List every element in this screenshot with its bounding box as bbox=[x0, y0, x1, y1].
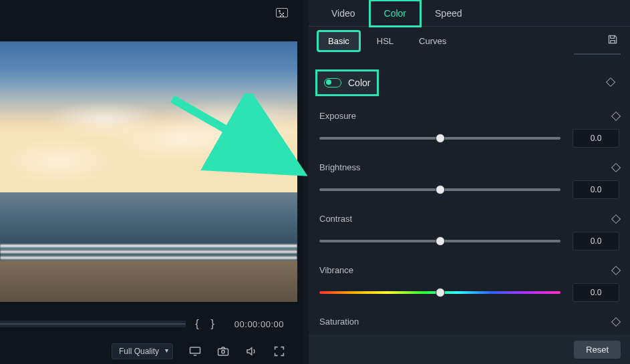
vibrance-label: Vibrance bbox=[319, 265, 353, 275]
svg-point-3 bbox=[222, 351, 225, 354]
transport-bar: { } 00:00:00:00 bbox=[0, 309, 297, 339]
contrast-value[interactable]: 0.0 bbox=[573, 232, 619, 250]
slider-thumb-icon bbox=[436, 134, 445, 143]
subtab-basic[interactable]: Basic bbox=[317, 30, 361, 52]
preview-toolbar: Full Quality bbox=[0, 339, 297, 364]
brightness-keyframe-button[interactable] bbox=[611, 162, 621, 172]
preview-clouds bbox=[0, 88, 297, 192]
saturation-keyframe-button[interactable] bbox=[611, 317, 621, 326]
exposure-slider[interactable] bbox=[319, 137, 561, 140]
preview-sand bbox=[0, 260, 297, 302]
exposure-value[interactable]: 0.0 bbox=[573, 129, 619, 148]
subtab-curves[interactable]: Curves bbox=[410, 32, 456, 50]
brightness-value[interactable]: 0.0 bbox=[573, 180, 619, 199]
inspector-panel: Video Color Speed Basic HSL Curves Color… bbox=[309, 0, 630, 364]
contrast-control: Contrast 0.0 bbox=[319, 214, 619, 250]
color-controls: Exposure 0.0 Brightness 0.0 bbox=[309, 103, 630, 353]
brightness-slider[interactable] bbox=[319, 188, 561, 191]
keyframe-diamond-icon bbox=[606, 77, 615, 87]
vibrance-keyframe-button[interactable] bbox=[611, 265, 621, 275]
save-preset-icon[interactable] bbox=[607, 34, 618, 47]
reset-button[interactable]: Reset bbox=[574, 341, 621, 359]
vibrance-value[interactable]: 0.0 bbox=[573, 283, 619, 302]
svg-rect-2 bbox=[218, 349, 228, 355]
brightness-label: Brightness bbox=[319, 162, 360, 172]
quality-dropdown[interactable]: Full Quality bbox=[112, 343, 173, 359]
brightness-control: Brightness 0.0 bbox=[319, 162, 619, 199]
subtab-underline bbox=[574, 53, 621, 55]
fullscreen-icon[interactable] bbox=[273, 346, 285, 357]
timecode-display: 00:00:00:00 bbox=[234, 319, 284, 329]
mark-in-button[interactable]: { bbox=[195, 318, 198, 330]
preview-sea bbox=[0, 192, 297, 250]
slider-thumb-icon bbox=[436, 236, 445, 246]
section-title: Color bbox=[348, 77, 370, 88]
picture-icon[interactable] bbox=[276, 8, 288, 17]
timeline-scrubber[interactable] bbox=[0, 321, 186, 327]
section-keyframe[interactable] bbox=[603, 79, 614, 85]
exposure-control: Exposure 0.0 bbox=[319, 111, 619, 148]
vibrance-control: Vibrance 0.0 bbox=[319, 265, 619, 302]
quality-label: Full Quality bbox=[119, 347, 159, 356]
mark-brackets: { } bbox=[195, 318, 214, 330]
sub-tabs: Basic HSL Curves bbox=[309, 27, 630, 55]
exposure-keyframe-button[interactable] bbox=[611, 111, 621, 120]
tab-speed[interactable]: Speed bbox=[422, 1, 475, 25]
mark-out-button[interactable]: } bbox=[210, 318, 214, 330]
vibrance-slider[interactable] bbox=[319, 291, 561, 294]
preview-topbar bbox=[0, 0, 304, 25]
contrast-slider[interactable] bbox=[319, 240, 561, 242]
color-enable-toggle[interactable] bbox=[324, 78, 341, 87]
contrast-keyframe-button[interactable] bbox=[611, 214, 621, 223]
slider-thumb-icon bbox=[436, 185, 445, 194]
tab-color[interactable]: Color bbox=[369, 0, 422, 27]
color-section-toggle-header[interactable]: Color bbox=[315, 69, 379, 96]
reset-bar: Reset bbox=[309, 335, 630, 364]
preview-canvas[interactable] bbox=[0, 41, 297, 302]
svg-rect-1 bbox=[190, 347, 200, 353]
exposure-label: Exposure bbox=[319, 111, 356, 121]
main-tabs: Video Color Speed bbox=[309, 0, 630, 27]
contrast-label: Contrast bbox=[319, 214, 352, 224]
display-icon[interactable] bbox=[189, 346, 201, 357]
snapshot-icon[interactable] bbox=[217, 346, 229, 357]
tab-video[interactable]: Video bbox=[318, 1, 369, 25]
saturation-label: Saturation bbox=[319, 317, 359, 327]
preview-pane: { } 00:00:00:00 Full Quality bbox=[0, 0, 304, 364]
audio-icon[interactable] bbox=[245, 346, 257, 357]
subtab-hsl[interactable]: HSL bbox=[367, 32, 403, 50]
slider-thumb-icon bbox=[436, 288, 445, 297]
